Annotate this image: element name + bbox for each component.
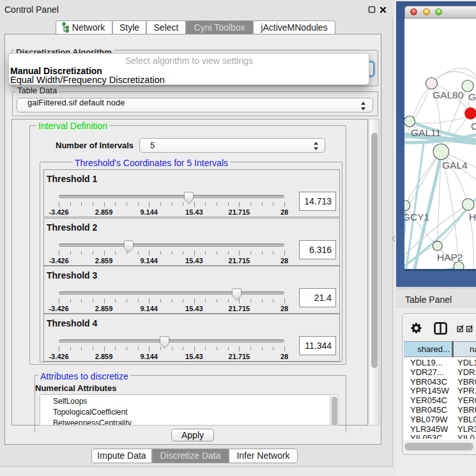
svg-text:C: C [471,121,476,132]
svg-text:GAL11: GAL11 [411,127,441,138]
svg-text:H: H [469,211,476,222]
svg-text:GA: GA [468,91,476,102]
svg-text:GAL4: GAL4 [442,160,468,171]
svg-text:GAL80: GAL80 [433,89,464,100]
svg-text:GCY1: GCY1 [404,211,429,222]
svg-text:HAP2: HAP2 [437,252,463,263]
